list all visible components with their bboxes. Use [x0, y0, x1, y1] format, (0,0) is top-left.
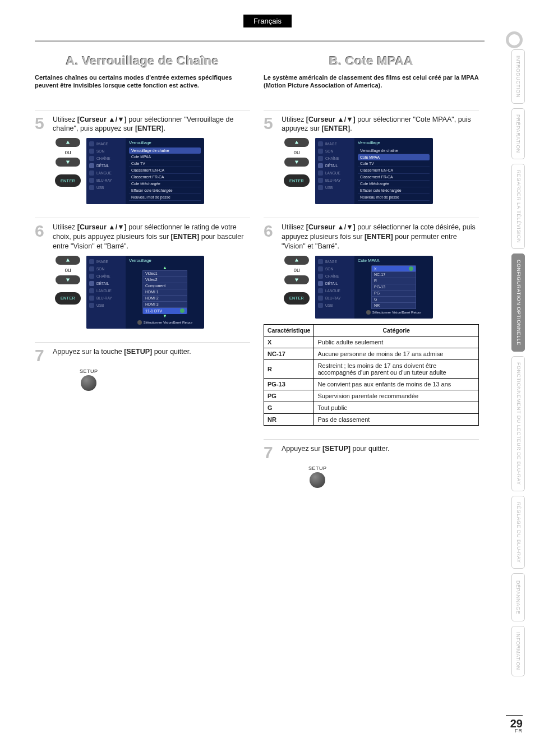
osd-side-item: BLU-RAY	[325, 178, 341, 182]
osd-side-item: USB	[325, 186, 333, 190]
cursor-up-button[interactable]	[56, 138, 80, 147]
osd-title: Verrouillage	[358, 140, 430, 145]
svg-marker-7	[295, 278, 298, 282]
side-tabs: INTRODUCTION PRÉPARATION REGARDER LA TÉL…	[511, 49, 525, 676]
step-text: Utilisez [Curseur ▲/▼] pour sélectionner…	[282, 115, 479, 134]
a-step-6: 6 Utilisez [Curseur ▲/▼] pour sélectionn…	[35, 218, 250, 329]
lock-icon	[409, 266, 413, 271]
osd-side-item: USB	[96, 303, 104, 307]
b-step-6: 6 Utilisez [Curseur ▲/▼] pour sélectionn…	[264, 218, 479, 426]
osd-side-item: DÉTAIL	[325, 164, 338, 168]
remote-cursor-group: ou ENTER	[55, 256, 81, 305]
remote-cursor-group: ou ENTER	[55, 138, 81, 187]
osd-title: Verrouillage	[129, 258, 201, 263]
side-tab-television[interactable]: REGARDER LA TÉLÉVISION	[511, 164, 525, 249]
osd-title: Verrouillage	[129, 140, 201, 145]
osd-item: Classement FR-CA	[358, 174, 430, 181]
page-number: 29 FR	[506, 715, 523, 734]
table-row: GTout public	[264, 402, 479, 413]
osd-item: Cote TV	[358, 160, 430, 167]
side-tab-introduction[interactable]: INTRODUCTION	[511, 49, 525, 104]
step-text: Appuyez sur [SETUP] pour quitter.	[282, 444, 479, 461]
setup-button-icon	[81, 375, 96, 391]
cursor-down-button[interactable]	[284, 275, 309, 284]
osd-side-item: LANGUE	[325, 289, 340, 293]
osd-side-item: LANGUE	[96, 289, 112, 293]
osd-side-item: CHAÎNE	[96, 274, 110, 278]
b-step-5: 5 Utilisez [Curseur ▲/▼] pour sélectionn…	[264, 110, 479, 205]
table-row: NC-17Aucune personne de moins de 17 ans …	[264, 348, 479, 359]
remote-cursor-group: ou ENTER	[284, 256, 310, 305]
osd-side-item: LANGUE	[325, 171, 340, 175]
step-number: 7	[35, 347, 49, 364]
setup-button[interactable]: SETUP	[308, 465, 327, 488]
setup-button-icon	[310, 472, 325, 488]
intro-a: Certaines chaînes ou certains modes d'en…	[35, 74, 250, 90]
osd-side-item: SON	[325, 267, 333, 271]
osd-side-item: CHAÎNE	[325, 156, 339, 160]
osd-side-item: DÉTAIL	[96, 282, 109, 285]
b-step-7: 7 Appuyez sur [SETUP] pour quitter. SETU…	[264, 439, 479, 488]
osd-side-item: SON	[96, 149, 104, 153]
a-step-5: 5 Utilisez [Curseur ▲/▼] pour sélectionn…	[35, 110, 250, 205]
cursor-up-button[interactable]	[56, 256, 80, 265]
lock-icon	[180, 308, 185, 313]
svg-marker-0	[66, 141, 70, 144]
side-tab-configuration[interactable]: CONFIGURATION OPTIONNELLE	[511, 253, 525, 352]
osd-item: Cote MPAA	[129, 154, 201, 160]
osd-item: Cote TV	[129, 160, 201, 167]
or-label: ou	[64, 149, 71, 155]
osd-side-item: CHAÎNE	[96, 156, 110, 160]
osd-item: Classement FR-CA	[129, 174, 201, 181]
step-number: 5	[35, 115, 49, 134]
accent-bar	[35, 40, 485, 42]
osd-title: Cote MPAA	[358, 258, 430, 263]
enter-button[interactable]: ENTER	[55, 292, 81, 305]
osd-menu: IMAGE SON CHAÎNE DÉTAIL LANGUE BLU-RAY U…	[315, 256, 433, 319]
step-text: Appuyez sur la touche [SETUP] pour quitt…	[53, 347, 250, 364]
column-a: A. Verrouillage de Chaîne Certaines chaî…	[35, 54, 250, 501]
osd-item: Effacer cote téléchargée	[358, 187, 430, 194]
step-text: Utilisez [Curseur ▲/▼] pour sélectionner…	[282, 223, 479, 251]
osd-side-item: SON	[96, 267, 104, 271]
osd-side-item: BLU-RAY	[96, 178, 112, 182]
side-tab-information[interactable]: INFORMATION	[511, 626, 525, 676]
table-row: XPublic adulte seulement	[264, 336, 479, 348]
setup-button[interactable]: SETUP	[80, 368, 98, 391]
step-number: 6	[264, 223, 278, 251]
osd-side-item: BLU-RAY	[325, 296, 341, 300]
svg-marker-1	[66, 161, 70, 164]
osd-side-item: IMAGE	[325, 142, 337, 146]
osd-side-item: LANGUE	[96, 171, 112, 175]
binder-hole	[506, 31, 523, 48]
osd-item: Classement EN-CA	[358, 167, 430, 174]
a-step-7: 7 Appuyez sur la touche [SETUP] pour qui…	[35, 342, 250, 391]
cursor-up-button[interactable]	[284, 138, 309, 147]
osd-side-item: BLU-RAY	[96, 296, 112, 300]
cursor-down-button[interactable]	[56, 275, 80, 284]
osd-item: Nouveau mot de passe	[129, 194, 201, 201]
enter-button[interactable]: ENTER	[55, 174, 81, 187]
down-arrow-icon: ▼	[129, 314, 201, 319]
osd-side-item: CHAÎNE	[325, 274, 339, 278]
osd-item: Classement EN-CA	[129, 167, 201, 174]
side-tab-bluray-player[interactable]: FONCTIONNEMENT DU LECTEUR DE BLU-RAY	[511, 356, 525, 491]
osd-side-item: IMAGE	[325, 260, 337, 264]
svg-marker-4	[295, 141, 298, 144]
enter-button[interactable]: ENTER	[284, 174, 310, 187]
or-label: ou	[293, 267, 299, 273]
svg-marker-2	[66, 259, 70, 262]
cursor-down-button[interactable]	[56, 158, 80, 167]
cursor-down-button[interactable]	[284, 158, 309, 167]
side-tab-preparation[interactable]: PRÉPARATION	[511, 108, 525, 159]
enter-button[interactable]: ENTER	[284, 292, 310, 305]
side-tab-troubleshooting[interactable]: DÉPANNAGE	[511, 573, 525, 621]
or-label: ou	[293, 149, 299, 155]
osd-side-item: SON	[325, 149, 333, 153]
side-tab-bluray-setting[interactable]: RÉGLAGE DU BLU-RAY	[511, 496, 525, 569]
intro-b: Le système américain de classement des f…	[264, 74, 479, 90]
step-number: 7	[264, 444, 278, 461]
step-number: 5	[264, 115, 278, 134]
osd-menu: IMAGE SON CHAÎNE DÉTAIL LANGUE BLU-RAY U…	[86, 256, 204, 329]
cursor-up-button[interactable]	[284, 256, 309, 265]
